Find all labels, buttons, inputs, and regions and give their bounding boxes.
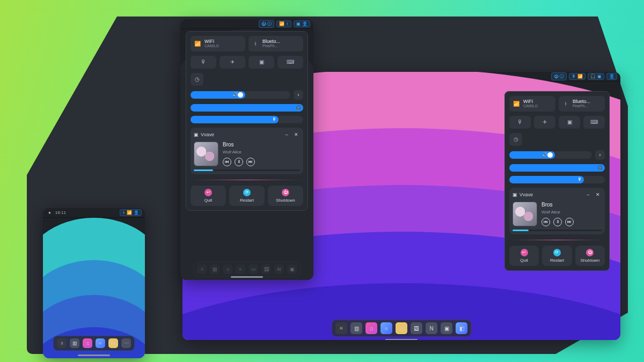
power-shutdown-button[interactable]: ⏻ Shutdown (575, 246, 605, 266)
media-pause-button[interactable]: ⏸ (235, 158, 243, 166)
media-app-icon: ▣ (194, 132, 199, 137)
chevron-right-icon: › (599, 152, 601, 158)
media-minimize-button[interactable]: – (584, 191, 592, 198)
qs-wifi-tile[interactable]: 📶 WiFiCAMILO (509, 96, 555, 112)
dock-multitask-icon[interactable]: ▥ (350, 322, 362, 334)
desktop-statusbar-user-group[interactable]: 👤 (606, 73, 617, 80)
power-shutdown-label: Shutdown (581, 258, 600, 263)
qs-wifi-subtitle: CAMILO (204, 44, 219, 48)
qs-display-toggle[interactable]: ▣ (559, 116, 580, 129)
dock-music-icon[interactable]: ♫ (223, 264, 232, 274)
dock-more-icon[interactable]: ⋯ (121, 338, 131, 348)
qs-mic-toggle[interactable]: 🎙 (509, 116, 531, 129)
qs-volume-row: 🔊 › (191, 90, 303, 100)
power-quit-label: Quit (520, 258, 528, 263)
qs-clock-button[interactable]: ◷ (191, 73, 203, 86)
qs-airplane-toggle[interactable]: ✈ (219, 56, 245, 69)
power-restart-button[interactable]: ⟳ Restart (229, 186, 265, 206)
dock-music-icon[interactable]: ♫ (365, 322, 377, 334)
phone-statusbar: ● 19:11 ᚼ 📶 👤 (43, 208, 145, 218)
desktop-statusbar-power-group[interactable]: ⏻ⓘ (551, 72, 567, 80)
phone-statusbar-tray[interactable]: ᚼ 📶 👤 (120, 209, 142, 216)
power-quit-button[interactable]: ↩ Quit (191, 186, 226, 206)
phone-home-bar[interactable] (78, 354, 110, 356)
qs-volume-more[interactable]: › (294, 90, 303, 100)
dock-monitor-icon[interactable]: ≈ (96, 338, 105, 348)
bluetooth-icon: ᚼ (122, 210, 125, 215)
qs-headphones-row: 🎧 (191, 104, 303, 112)
media-progress[interactable] (513, 230, 602, 231)
media-close-button[interactable]: ✕ (594, 191, 602, 198)
dock-notes-icon[interactable]: N (274, 264, 284, 274)
media-next-button[interactable]: ⏭ (246, 158, 255, 166)
dock-files-icon[interactable]: ▭ (248, 264, 258, 274)
display-icon: ▣ (567, 119, 572, 125)
qs-mic-slider[interactable]: 🎙 (509, 176, 605, 183)
dock-monitor-icon[interactable]: ≈ (236, 264, 245, 274)
qs-wifi-tile[interactable]: 📶 WiFiCAMILO (191, 36, 245, 51)
dock-terminal-icon[interactable]: ▣ (441, 322, 452, 334)
device-phone: ● 19:11 ᚼ 📶 👤 ⌗ ▥ ♫ ≈ ▭ ⋯ (43, 208, 145, 358)
qs-volume-slider[interactable]: 🔊 (191, 91, 290, 99)
dock-image-icon[interactable]: 🖼 (411, 322, 422, 334)
desktop-statusbar-output-group[interactable]: 🎧▣ (588, 73, 604, 80)
media-pause-button[interactable]: ⏸ (553, 218, 562, 226)
qs-wifi-title: WiFi (523, 99, 538, 104)
qs-mic-toggle[interactable]: 🎙 (191, 56, 216, 69)
qs-headphones-slider[interactable]: 🎧 (191, 104, 303, 112)
qs-bluetooth-tile[interactable]: ᚼ Blueto...PinePh... (559, 96, 605, 112)
tablet-statusbar-net-group[interactable]: 📶ᚼ (276, 20, 291, 27)
dock-notes-icon[interactable]: N (426, 322, 437, 334)
qs-separator (191, 180, 303, 180)
qs-keyboard-toggle[interactable]: ⌨ (277, 56, 303, 69)
qs-display-toggle[interactable]: ▣ (248, 56, 274, 69)
media-prev-button[interactable]: ⏮ (541, 218, 550, 226)
qs-clock-button[interactable]: ◷ (509, 133, 522, 146)
wifi-icon: 📶 (194, 40, 201, 47)
qs-mini-row: 🎙 ✈ ▣ ⌨ (191, 56, 303, 69)
media-close-button[interactable]: ✕ (292, 131, 300, 138)
qs-headphones-slider[interactable]: 🎧 (509, 164, 605, 172)
dock-image-icon[interactable]: 🖼 (261, 264, 271, 274)
phone-statusbar-time: 19:11 (55, 210, 66, 215)
qs-airplane-toggle[interactable]: ✈ (534, 116, 555, 129)
clock-icon: ◷ (514, 136, 518, 142)
tablet-home-bar[interactable] (231, 276, 263, 278)
qs-volume-more[interactable]: › (595, 150, 605, 160)
qs-wifi-subtitle: CAMILO (523, 104, 538, 108)
dock-monitor-icon[interactable]: ≈ (380, 322, 392, 334)
media-track-artist: Wolf Alice (541, 210, 574, 215)
display-icon: ▣ (296, 21, 301, 26)
desktop-statusbar-audio-group[interactable]: 🎙📶 (569, 73, 586, 80)
media-track-title: Bros (223, 142, 255, 147)
restart-icon: ⟳ (553, 249, 561, 256)
dock-terminal-icon[interactable]: ▣ (287, 264, 297, 274)
tablet-statusbar-power-group[interactable]: ⏻ⓘ (259, 20, 274, 28)
user-icon: 👤 (134, 210, 139, 215)
media-next-button[interactable]: ⏭ (565, 218, 574, 226)
dock-multitask-icon[interactable]: ▥ (210, 264, 219, 274)
media-track-title: Bros (541, 202, 574, 208)
dock-multitask-icon[interactable]: ▥ (70, 338, 79, 348)
wifi-icon: 📶 (513, 100, 520, 107)
power-quit-button[interactable]: ↩ Quit (509, 246, 539, 266)
media-minimize-button[interactable]: – (283, 131, 290, 138)
media-progress[interactable] (194, 169, 300, 171)
dock-files-icon[interactable]: ▭ (108, 338, 118, 348)
dock-apps-icon[interactable]: ⌗ (335, 322, 347, 334)
tablet-statusbar-user-group[interactable]: ▣👤 (294, 20, 310, 27)
power-shutdown-button[interactable]: ⏻ Shutdown (268, 186, 303, 206)
dock-settings-icon[interactable]: ◧ (456, 322, 467, 334)
dock-music-icon[interactable]: ♫ (83, 338, 92, 348)
media-prev-button[interactable]: ⏮ (223, 158, 231, 166)
dock-files-icon[interactable]: ▭ (396, 322, 407, 334)
desktop-home-bar[interactable] (385, 339, 418, 340)
qs-volume-slider[interactable]: 🔊 (509, 151, 592, 159)
dock-apps-icon[interactable]: ⌗ (197, 264, 207, 274)
dock-apps-icon[interactable]: ⌗ (57, 338, 67, 348)
qs-mic-slider[interactable]: 🎙 (191, 116, 303, 123)
media-app-name: Vvave (201, 132, 214, 137)
power-restart-button[interactable]: ⟳ Restart (542, 246, 572, 266)
qs-keyboard-toggle[interactable]: ⌨ (583, 116, 605, 129)
qs-bluetooth-tile[interactable]: ᚼ Blueto...PinePh... (248, 36, 303, 51)
